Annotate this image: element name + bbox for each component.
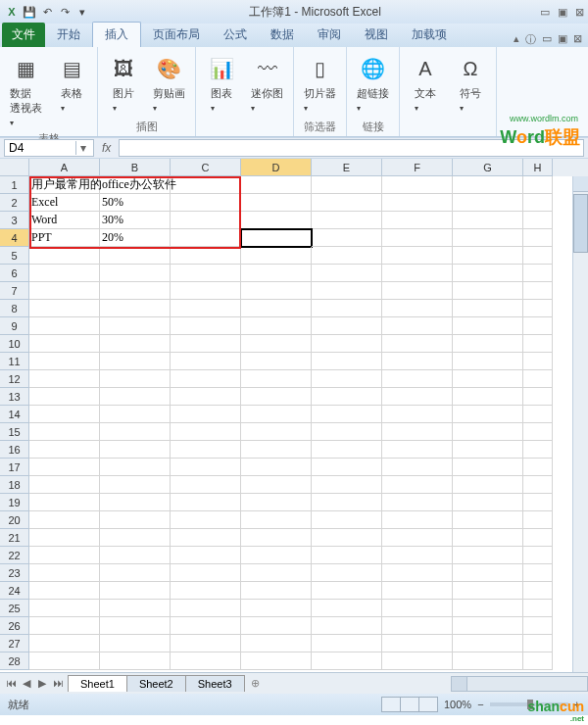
cell-B10[interactable] xyxy=(100,335,171,353)
cell-E6[interactable] xyxy=(312,265,382,282)
cell-A11[interactable] xyxy=(29,353,100,370)
cell-C3[interactable] xyxy=(171,212,241,229)
cell-C4[interactable] xyxy=(171,229,241,247)
cell-F15[interactable] xyxy=(382,423,453,441)
cell-A1[interactable]: 用户最常用的office办公软件 xyxy=(29,176,100,194)
win-close-icon[interactable]: ⊠ xyxy=(573,32,582,47)
cell-H20[interactable] xyxy=(523,511,553,529)
cell-D13[interactable] xyxy=(241,388,312,406)
cell-B16[interactable] xyxy=(100,441,171,459)
cell-F12[interactable] xyxy=(382,370,453,388)
cell-E9[interactable] xyxy=(312,317,382,335)
scroll-up-icon[interactable] xyxy=(573,176,588,192)
cell-D17[interactable] xyxy=(241,459,312,476)
cell-G17[interactable] xyxy=(453,459,523,476)
cell-F6[interactable] xyxy=(382,265,453,282)
tab-审阅[interactable]: 审阅 xyxy=(306,23,353,47)
cell-B15[interactable] xyxy=(100,423,171,441)
cell-C28[interactable] xyxy=(171,652,241,670)
cell-H22[interactable] xyxy=(523,547,553,564)
cell-G21[interactable] xyxy=(453,529,523,547)
cell-D7[interactable] xyxy=(241,282,312,300)
cell-E24[interactable] xyxy=(312,582,382,600)
tab-开始[interactable]: 开始 xyxy=(45,23,92,47)
cell-E20[interactable] xyxy=(312,511,382,529)
cell-B23[interactable] xyxy=(100,564,171,582)
cell-C27[interactable] xyxy=(171,635,241,652)
cell-F10[interactable] xyxy=(382,335,453,353)
cell-G7[interactable] xyxy=(453,282,523,300)
cell-F25[interactable] xyxy=(382,600,453,617)
cell-B5[interactable] xyxy=(100,247,171,265)
cell-F1[interactable] xyxy=(382,176,453,194)
cell-D15[interactable] xyxy=(241,423,312,441)
tab-file[interactable]: 文件 xyxy=(2,23,45,47)
cell-E21[interactable] xyxy=(312,529,382,547)
cell-B27[interactable] xyxy=(100,635,171,652)
cell-D1[interactable] xyxy=(241,176,312,194)
cells-area[interactable]: 用户最常用的office办公软件Excel50%Word30%PPT20% xyxy=(29,176,588,670)
cell-B18[interactable] xyxy=(100,476,171,494)
cell-D9[interactable] xyxy=(241,317,312,335)
cell-D26[interactable] xyxy=(241,617,312,635)
sheet-prev-icon[interactable]: ◀ xyxy=(20,677,33,690)
cell-E10[interactable] xyxy=(312,335,382,353)
cell-H8[interactable] xyxy=(523,300,553,317)
cell-H21[interactable] xyxy=(523,529,553,547)
view-layout-icon[interactable] xyxy=(400,697,419,712)
cell-A22[interactable] xyxy=(29,547,100,564)
cell-A25[interactable] xyxy=(29,600,100,617)
cell-H24[interactable] xyxy=(523,582,553,600)
cell-H6[interactable] xyxy=(523,265,553,282)
cell-G8[interactable] xyxy=(453,300,523,317)
cell-B21[interactable] xyxy=(100,529,171,547)
cell-H13[interactable] xyxy=(523,388,553,406)
sheet-first-icon[interactable]: ⏮ xyxy=(4,677,18,690)
cell-F24[interactable] xyxy=(382,582,453,600)
cell-A16[interactable] xyxy=(29,441,100,459)
cell-F23[interactable] xyxy=(382,564,453,582)
cell-F8[interactable] xyxy=(382,300,453,317)
qat-dropdown-icon[interactable]: ▾ xyxy=(74,4,90,20)
maximize-icon[interactable]: ▣ xyxy=(558,6,567,19)
cell-A20[interactable] xyxy=(29,511,100,529)
cell-C17[interactable] xyxy=(171,459,241,476)
sheet-next-icon[interactable]: ▶ xyxy=(35,677,49,690)
row-header-20[interactable]: 20 xyxy=(0,511,29,529)
row-header-15[interactable]: 15 xyxy=(0,423,29,441)
cell-E2[interactable] xyxy=(312,194,382,212)
cell-H9[interactable] xyxy=(523,317,553,335)
cell-B19[interactable] xyxy=(100,494,171,511)
cell-C6[interactable] xyxy=(171,265,241,282)
cell-B1[interactable] xyxy=(100,176,171,194)
cell-F4[interactable] xyxy=(382,229,453,247)
cell-B7[interactable] xyxy=(100,282,171,300)
row-header-8[interactable]: 8 xyxy=(0,300,29,317)
cell-F11[interactable] xyxy=(382,353,453,370)
cell-H26[interactable] xyxy=(523,617,553,635)
cell-E14[interactable] xyxy=(312,406,382,423)
ribbon-table-button[interactable]: ▤表格▾ xyxy=(52,51,91,115)
cell-E5[interactable] xyxy=(312,247,382,265)
col-header-E[interactable]: E xyxy=(312,159,382,176)
cell-B6[interactable] xyxy=(100,265,171,282)
cell-A4[interactable]: PPT xyxy=(29,229,100,247)
row-header-25[interactable]: 25 xyxy=(0,600,29,617)
row-header-23[interactable]: 23 xyxy=(0,564,29,582)
cell-C20[interactable] xyxy=(171,511,241,529)
col-header-H[interactable]: H xyxy=(523,159,553,176)
cell-H7[interactable] xyxy=(523,282,553,300)
cell-G4[interactable] xyxy=(453,229,523,247)
cell-E11[interactable] xyxy=(312,353,382,370)
cell-A15[interactable] xyxy=(29,423,100,441)
cell-B12[interactable] xyxy=(100,370,171,388)
cell-B9[interactable] xyxy=(100,317,171,335)
sheet-tab-Sheet1[interactable]: Sheet1 xyxy=(68,675,127,692)
cell-E18[interactable] xyxy=(312,476,382,494)
cell-E27[interactable] xyxy=(312,635,382,652)
cell-B22[interactable] xyxy=(100,547,171,564)
cell-D5[interactable] xyxy=(241,247,312,265)
cell-H14[interactable] xyxy=(523,406,553,423)
cell-E4[interactable] xyxy=(312,229,382,247)
row-header-22[interactable]: 22 xyxy=(0,547,29,564)
